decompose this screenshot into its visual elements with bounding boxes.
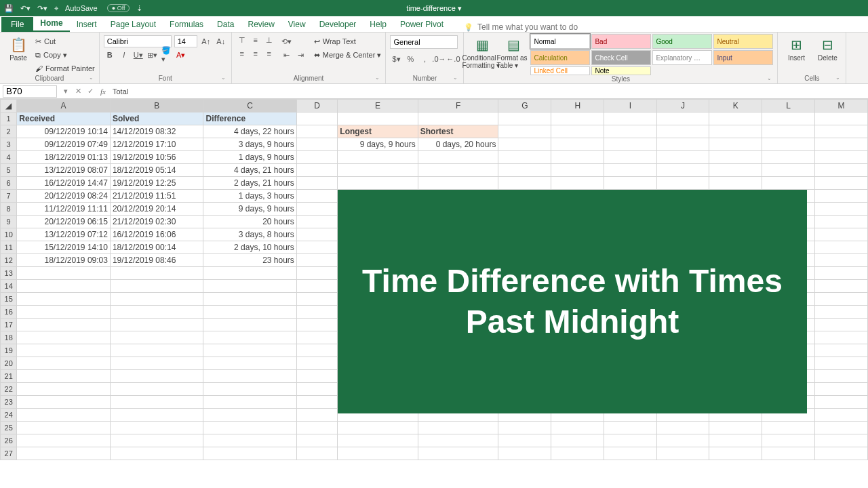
cell[interactable] xyxy=(338,164,418,177)
cell[interactable]: 16/12/2019 14:47 xyxy=(17,177,111,190)
decrease-decimal-icon[interactable]: ←.0 xyxy=(447,53,459,65)
cell[interactable] xyxy=(17,396,111,409)
row-header[interactable]: 4 xyxy=(1,151,17,164)
cell[interactable] xyxy=(604,151,657,164)
cell[interactable] xyxy=(296,331,337,344)
cell[interactable] xyxy=(17,331,111,344)
cell[interactable] xyxy=(709,125,762,138)
cell[interactable] xyxy=(296,177,337,190)
cell[interactable] xyxy=(110,396,203,409)
underline-button[interactable]: U▾ xyxy=(132,49,144,61)
column-header[interactable]: L xyxy=(762,100,815,113)
cell[interactable] xyxy=(709,138,762,151)
cell[interactable]: Shortest xyxy=(418,125,498,138)
column-header[interactable]: K xyxy=(709,100,762,113)
column-header[interactable]: B xyxy=(110,100,203,113)
cell[interactable] xyxy=(551,113,604,125)
autosave-toggle[interactable]: ● Off xyxy=(107,4,130,12)
cell[interactable] xyxy=(203,319,296,331)
cell[interactable] xyxy=(110,447,203,460)
cell-style-option[interactable]: Check Cell xyxy=(591,50,651,65)
tab-data[interactable]: Data xyxy=(210,17,241,32)
cell[interactable] xyxy=(814,151,867,164)
row-header[interactable]: 11 xyxy=(1,241,17,254)
row-header[interactable]: 7 xyxy=(1,190,17,203)
cell[interactable] xyxy=(814,422,867,434)
cell[interactable]: 19/12/2019 12:25 xyxy=(110,177,203,190)
copy-button[interactable]: ⧉ Copy ▾ xyxy=(35,49,95,61)
merge-center-button[interactable]: ⬌ Merge & Center ▾ xyxy=(314,49,382,61)
italic-button[interactable]: I xyxy=(118,49,130,61)
cell[interactable] xyxy=(656,177,709,190)
cell[interactable] xyxy=(762,447,815,460)
cell-style-option[interactable]: Calculation xyxy=(530,50,590,65)
cell[interactable] xyxy=(551,422,604,434)
cell[interactable] xyxy=(418,151,498,164)
cell[interactable] xyxy=(498,177,551,190)
fill-color-button[interactable]: 🪣▾ xyxy=(161,49,173,61)
cell[interactable] xyxy=(498,422,551,434)
cancel-icon[interactable]: ✕ xyxy=(72,87,84,96)
cell[interactable] xyxy=(418,164,498,177)
cell-style-option[interactable]: Note xyxy=(591,66,651,75)
cell[interactable] xyxy=(203,293,296,306)
cell[interactable] xyxy=(814,383,867,396)
tab-page-layout[interactable]: Page Layout xyxy=(104,17,163,32)
align-bottom-icon[interactable]: ⊥ xyxy=(263,34,275,46)
column-header[interactable]: G xyxy=(498,100,551,113)
cell[interactable] xyxy=(110,434,203,447)
cell[interactable] xyxy=(762,164,815,177)
cell[interactable] xyxy=(762,125,815,138)
comma-format-icon[interactable]: , xyxy=(418,53,431,65)
cell[interactable] xyxy=(110,267,203,280)
cell[interactable]: 2 days, 10 hours xyxy=(203,241,296,254)
row-header[interactable]: 12 xyxy=(1,254,17,267)
cell[interactable] xyxy=(17,280,111,293)
cell[interactable] xyxy=(17,447,111,460)
cell[interactable] xyxy=(762,151,815,164)
cell[interactable] xyxy=(110,280,203,293)
tab-review[interactable]: Review xyxy=(241,17,281,32)
cell[interactable] xyxy=(203,267,296,280)
cell[interactable]: 14/12/2019 08:32 xyxy=(110,125,203,138)
cell[interactable] xyxy=(814,138,867,151)
cell[interactable] xyxy=(814,370,867,383)
row-header[interactable]: 25 xyxy=(1,422,17,434)
cell[interactable] xyxy=(296,306,337,319)
cut-button[interactable]: ✂ Cut xyxy=(35,35,95,47)
column-header[interactable]: F xyxy=(418,100,498,113)
cell[interactable] xyxy=(17,357,111,370)
cell[interactable]: 18/12/2019 05:14 xyxy=(110,164,203,177)
cell[interactable] xyxy=(418,434,498,447)
cell[interactable] xyxy=(203,331,296,344)
cell[interactable] xyxy=(296,138,337,151)
wrap-text-button[interactable]: ↩ Wrap Text xyxy=(314,35,382,47)
cell[interactable] xyxy=(498,434,551,447)
tab-home[interactable]: Home xyxy=(33,16,69,32)
redo-icon[interactable]: ↷▾ xyxy=(37,4,47,13)
cell[interactable] xyxy=(709,113,762,125)
align-left-icon[interactable]: ≡ xyxy=(236,47,248,60)
cell[interactable]: 20 hours xyxy=(203,216,296,228)
row-header[interactable]: 6 xyxy=(1,177,17,190)
cell-styles-gallery[interactable]: NormalBadGoodNeutralCalculationCheck Cel… xyxy=(530,34,773,75)
tab-help[interactable]: Help xyxy=(363,17,393,32)
cell[interactable]: 13/12/2019 07:12 xyxy=(17,228,111,241)
row-header[interactable]: 14 xyxy=(1,280,17,293)
cell[interactable]: 0 days, 20 hours xyxy=(418,138,498,151)
cell[interactable] xyxy=(656,151,709,164)
cell[interactable]: 18/12/2019 09:03 xyxy=(17,254,111,267)
cell[interactable] xyxy=(296,434,337,447)
decrease-indent-icon[interactable]: ⇤ xyxy=(281,49,293,61)
cell[interactable] xyxy=(110,293,203,306)
cell[interactable]: 19/12/2019 10:56 xyxy=(110,151,203,164)
align-top-icon[interactable]: ⊤ xyxy=(236,34,248,46)
cell[interactable]: 20/12/2019 08:24 xyxy=(17,190,111,203)
cell[interactable]: 3 days, 9 hours xyxy=(203,138,296,151)
qat-more-icon[interactable]: ⇣ xyxy=(136,4,142,13)
cell[interactable] xyxy=(338,151,418,164)
cell[interactable] xyxy=(110,319,203,331)
row-header[interactable]: 5 xyxy=(1,164,17,177)
column-header[interactable]: H xyxy=(551,100,604,113)
increase-decimal-icon[interactable]: .0→ xyxy=(433,53,445,65)
